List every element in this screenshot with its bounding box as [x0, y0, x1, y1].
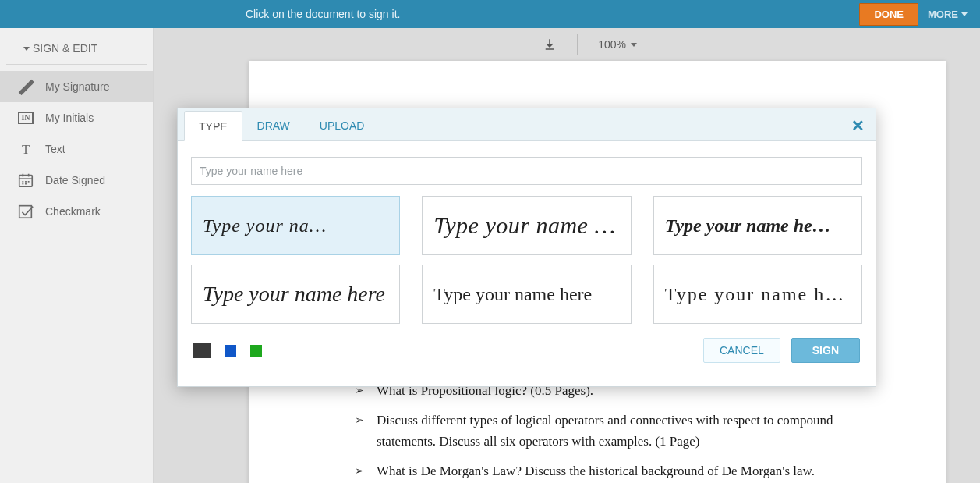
svg-rect-10 [19, 206, 32, 218]
name-input[interactable] [191, 157, 862, 185]
svg-text:T: T [22, 142, 30, 157]
initials-icon: IN [17, 109, 34, 126]
modal-footer: CANCEL SIGN [184, 324, 869, 374]
list-item: ➢Discuss different types of logical oper… [355, 410, 924, 452]
chevron-down-icon [23, 47, 30, 51]
zoom-control[interactable]: 100% [598, 38, 637, 51]
document-content: ➢What is Propositional logic? (0.5 Pages… [355, 381, 924, 481]
signature-style-grid: Type your na… Type your name here Type y… [184, 196, 869, 324]
text-icon: T [17, 140, 34, 158]
document-toolbar: 100% [154, 28, 980, 61]
bullet-icon: ➢ [355, 410, 364, 452]
close-icon[interactable]: ✕ [851, 116, 865, 135]
signature-option-2[interactable]: Type your name here [422, 196, 631, 255]
sign-button[interactable]: SIGN [791, 338, 860, 363]
tab-draw[interactable]: DRAW [242, 110, 305, 140]
toolbar-separator [577, 34, 578, 55]
sidebar-item-date[interactable]: Date Signed [0, 165, 153, 196]
sidebar-item-text[interactable]: T Text [0, 133, 153, 165]
tab-type[interactable]: TYPE [184, 111, 242, 141]
signature-option-1[interactable]: Type your na… [191, 196, 400, 255]
list-item: ➢What is De Morgan's Law? Discuss the hi… [355, 461, 924, 481]
more-button[interactable]: MORE [925, 4, 971, 25]
cancel-button[interactable]: CANCEL [703, 338, 780, 363]
color-swatch-black[interactable] [193, 343, 211, 358]
more-label: MORE [928, 9, 958, 20]
sidebar-title[interactable]: SIGN & EDIT [6, 34, 147, 65]
modal-body: Type your na… Type your name here Type y… [178, 141, 876, 386]
signature-option-3[interactable]: Type your name he… [653, 196, 862, 255]
calendar-icon [17, 172, 34, 189]
signature-option-6[interactable]: Type your name he… [653, 265, 862, 324]
svg-rect-1 [19, 176, 33, 187]
zoom-label: 100% [598, 38, 626, 51]
sidebar-item-signature[interactable]: My Signature [0, 71, 153, 102]
sidebar-item-label: Date Signed [45, 174, 105, 186]
sidebar-item-label: Checkmark [45, 205, 101, 218]
done-button[interactable]: DONE [859, 3, 918, 26]
checkmark-icon [17, 203, 34, 220]
sidebar-item-label: My Signature [45, 80, 109, 93]
sidebar: SIGN & EDIT My Signature IN My Initials … [0, 28, 154, 483]
signature-modal: TYPE DRAW UPLOAD ✕ Type your na… Type yo… [177, 108, 876, 387]
instruction-text: Click on the document to sign it. [246, 8, 400, 20]
color-swatch-green[interactable] [250, 345, 262, 357]
download-button[interactable] [543, 37, 557, 51]
sidebar-item-label: Text [45, 143, 65, 155]
caret-down-icon [631, 43, 637, 47]
top-bar: Click on the document to sign it. DONE M… [0, 0, 980, 28]
signature-option-5[interactable]: Type your name here [422, 265, 631, 324]
caret-down-icon [961, 12, 968, 16]
sidebar-title-label: SIGN & EDIT [33, 42, 97, 55]
modal-tabs: TYPE DRAW UPLOAD ✕ [178, 108, 876, 141]
sidebar-item-label: My Initials [45, 112, 94, 124]
sidebar-item-checkmark[interactable]: Checkmark [0, 196, 153, 227]
sidebar-item-initials[interactable]: IN My Initials [0, 102, 153, 133]
signature-option-4[interactable]: Type your name here [191, 265, 400, 324]
tab-upload[interactable]: UPLOAD [305, 110, 380, 140]
color-swatch-blue[interactable] [225, 345, 236, 357]
signature-icon [17, 78, 34, 95]
bullet-icon: ➢ [355, 461, 364, 481]
